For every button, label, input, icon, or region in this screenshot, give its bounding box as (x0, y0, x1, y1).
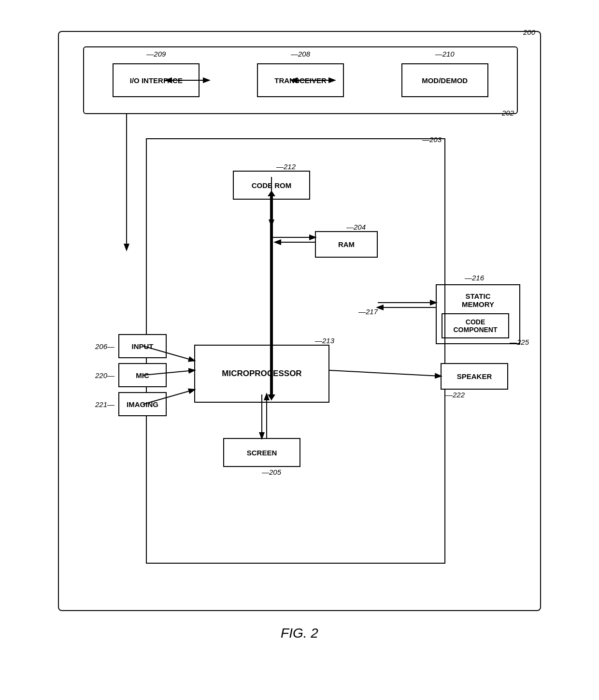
outer-diagram-box: 200 202 —209 I/O INTERFACE —208 TRANSCEI… (58, 31, 541, 611)
speaker-label: SPEAKER (457, 372, 492, 380)
ref-217: —217 (358, 307, 378, 316)
mod-demod-label: MOD/DEMOD (422, 76, 468, 85)
microprocessor-box: MICROPROCESSOR (194, 345, 329, 403)
input-label: INPUT (132, 342, 154, 350)
imaging-box: IMAGING (118, 392, 167, 416)
ref-206: 206— (95, 342, 114, 350)
top-subbox-202: 202 —209 I/O INTERFACE —208 TRANSCEIVER … (83, 46, 518, 114)
ref-212: —212 (276, 162, 296, 171)
input-group: 206— INPUT (95, 334, 167, 358)
ref-204: —204 (346, 223, 366, 231)
mic-group: 220— MIC (95, 363, 167, 387)
ref-221: 221— (95, 400, 114, 408)
ref-203: —203 (422, 135, 442, 144)
speaker-box: SPEAKER (441, 363, 508, 390)
ref-205: —205 (262, 468, 281, 476)
screen-label: SCREEN (247, 449, 277, 457)
page-container: 200 202 —209 I/O INTERFACE —208 TRANSCEI… (34, 16, 565, 684)
transceiver-label: TRANSCEIVER (274, 76, 327, 85)
ref-200: 200 (523, 28, 535, 36)
mic-label: MIC (136, 371, 149, 379)
ref-222: —222 (445, 391, 465, 399)
transceiver-box: TRANSCEIVER (257, 63, 344, 97)
ref-208: —208 (291, 50, 310, 58)
ref-209: —209 (146, 50, 166, 58)
mic-box: MIC (118, 363, 167, 387)
imaging-label: IMAGING (127, 400, 158, 408)
mod-demod-box: MOD/DEMOD (401, 63, 488, 97)
fig-label: FIG. 2 (281, 626, 318, 641)
ref-210: —210 (435, 50, 455, 58)
ram-box: RAM (315, 231, 378, 258)
code-rom-box: CODE ROM (233, 171, 310, 200)
ram-group: —204 RAM (315, 223, 378, 258)
microprocessor-label: MICROPROCESSOR (222, 369, 301, 379)
screen-box: SCREEN (223, 438, 300, 467)
speaker-group: SPEAKER —222 (441, 363, 508, 398)
ref-213: —213 (315, 336, 334, 345)
static-memory-label: STATICMEMORY (442, 292, 514, 308)
static-memory-group: —216 STATICMEMORY CODECOMPONENT —225 (436, 274, 520, 344)
ref-202: 202 (502, 109, 514, 117)
code-component-label: CODECOMPONENT (454, 318, 498, 334)
ref-220: 220— (95, 371, 114, 379)
imaging-group: 221— IMAGING (95, 392, 167, 416)
code-component-box: CODECOMPONENT (442, 313, 509, 338)
screen-group: SCREEN —205 (223, 438, 300, 475)
static-memory-outer: STATICMEMORY CODECOMPONENT —225 (436, 284, 520, 344)
io-interface-box: I/O INTERFACE (113, 63, 200, 97)
code-rom-group: —212 CODE ROM (233, 162, 310, 200)
ref-225: —225 (510, 338, 529, 346)
input-box: INPUT (118, 334, 167, 358)
io-interface-label: I/O INTERFACE (130, 76, 183, 85)
ram-label: RAM (338, 240, 355, 248)
ref-216: —216 (465, 274, 484, 282)
code-rom-label: CODE ROM (252, 181, 292, 190)
microprocessor-group: —213 MICROPROCESSOR (194, 336, 329, 403)
